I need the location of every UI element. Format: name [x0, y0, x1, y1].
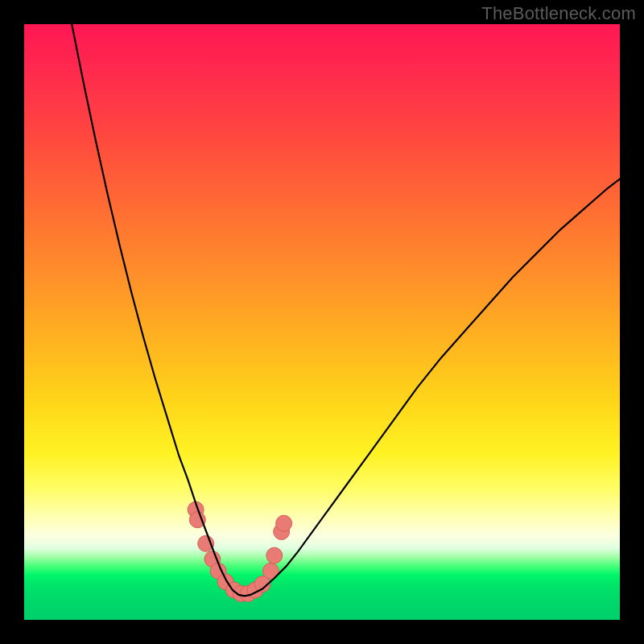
plot-area — [24, 24, 620, 620]
chart-frame: TheBottleneck.com — [0, 0, 644, 644]
highlight-marker — [266, 547, 283, 564]
highlight-markers-layer — [188, 502, 292, 601]
highlight-marker — [276, 515, 292, 531]
watermark-text: TheBottleneck.com — [481, 3, 636, 24]
curve-canvas — [24, 24, 620, 620]
bottleneck-curve — [72, 24, 620, 596]
